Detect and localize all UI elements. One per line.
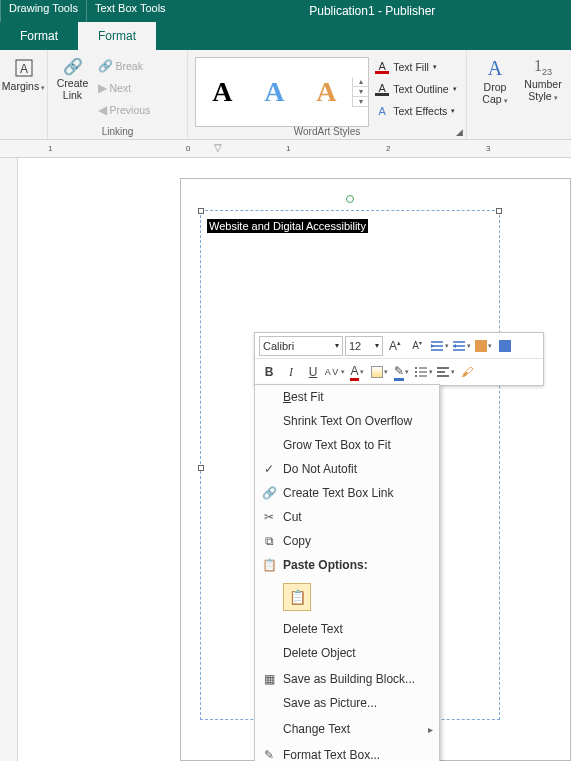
increase-indent-button[interactable] bbox=[451, 336, 471, 356]
ribbon-tabs: Format Format bbox=[0, 22, 571, 50]
margins-icon: A bbox=[13, 57, 35, 79]
wordart-style-2[interactable]: A bbox=[248, 58, 300, 126]
link-icon: 🔗 bbox=[255, 486, 283, 500]
gallery-spinner[interactable]: ▴▾▾ bbox=[352, 77, 368, 107]
grow-font-button[interactable]: A▴ bbox=[385, 336, 405, 356]
ruler-tick-label: 3 bbox=[486, 144, 490, 153]
decrease-indent-button[interactable] bbox=[429, 336, 449, 356]
group-wordart-styles: A A A ▴▾▾ AText Fill▾ AText Outline▾ ATe… bbox=[188, 50, 467, 139]
text-outline-icon: A bbox=[375, 82, 389, 96]
shrink-font-icon: A▾ bbox=[412, 339, 422, 351]
text-fill-button[interactable]: AText Fill▾ bbox=[375, 57, 456, 77]
menu-save-building-block[interactable]: ▦Save as Building Block... bbox=[255, 667, 439, 691]
menu-save-as-picture[interactable]: Save as Picture... bbox=[255, 691, 439, 715]
drop-cap-icon: A bbox=[488, 57, 502, 80]
break-link-button[interactable]: 🔗Break bbox=[98, 55, 186, 77]
previous-link-button[interactable]: ◀Previous bbox=[98, 99, 186, 121]
bullets-button[interactable] bbox=[413, 362, 433, 382]
chevron-down-icon: ▾ bbox=[335, 341, 339, 350]
ribbon: A Margins 🔗 Create Link 🔗Break ▶Next ◀Pr… bbox=[0, 50, 571, 140]
menu-create-text-box-link[interactable]: 🔗Create Text Box Link bbox=[255, 481, 439, 505]
ruler-tick-label: 1 bbox=[48, 144, 52, 153]
menu-format-text-box[interactable]: ✎Format Text Box... bbox=[255, 743, 439, 761]
copy-icon: ⧉ bbox=[255, 534, 283, 548]
pencil-icon: ✎ bbox=[394, 364, 404, 381]
scissors-icon: ✂ bbox=[255, 510, 283, 524]
styles-pane-button[interactable] bbox=[473, 336, 493, 356]
group-dialog-launcher[interactable]: ◢ bbox=[456, 127, 464, 135]
chevron-down-icon: ▾ bbox=[433, 63, 437, 71]
text-fill-icon: A bbox=[375, 60, 389, 74]
shrink-font-button[interactable]: A▾ bbox=[407, 336, 427, 356]
font-color-button[interactable]: A bbox=[347, 362, 367, 382]
menu-grow-textbox[interactable]: Grow Text Box to Fit bbox=[255, 433, 439, 457]
bold-button[interactable]: B bbox=[259, 362, 279, 382]
chevron-down-icon: ▾ bbox=[453, 85, 457, 93]
group-margins: A Margins bbox=[0, 50, 48, 139]
text-effects-icon: A bbox=[375, 104, 389, 118]
drop-cap-button[interactable]: A Drop Cap bbox=[471, 53, 519, 123]
selected-text[interactable]: Website and Digital Accessibility bbox=[207, 219, 368, 233]
group-typography: A Drop Cap 123 Number Style bbox=[467, 50, 571, 139]
next-link-button[interactable]: ▶Next bbox=[98, 77, 186, 99]
menu-best-fit[interactable]: BBest Fitest Fit bbox=[255, 385, 439, 409]
resize-handle-ne[interactable] bbox=[496, 208, 502, 214]
ruler-horizontal[interactable]: 1 0 1 2 3 ▽ bbox=[0, 140, 571, 158]
bullets-icon bbox=[414, 365, 428, 379]
align-icon bbox=[436, 365, 450, 379]
italic-button[interactable]: I bbox=[281, 362, 301, 382]
ruler-vertical[interactable] bbox=[0, 158, 18, 761]
group-label-linking: Linking bbox=[48, 126, 187, 137]
styles-icon bbox=[475, 340, 487, 352]
menu-shrink-overflow[interactable]: Shrink Text On Overflow bbox=[255, 409, 439, 433]
tab-drawing-format[interactable]: Format bbox=[0, 22, 78, 50]
menu-delete-object[interactable]: Delete Object bbox=[255, 641, 439, 665]
align-button[interactable] bbox=[435, 362, 455, 382]
paste-icon: 📋 bbox=[255, 558, 283, 572]
object-properties-button[interactable] bbox=[495, 336, 515, 356]
ruler-tick-label: 1 bbox=[286, 144, 290, 153]
decrease-indent-icon bbox=[430, 339, 444, 353]
highlight-button[interactable] bbox=[369, 362, 389, 382]
format-painter-button[interactable]: 🖌 bbox=[457, 362, 477, 382]
shape-fill-button[interactable]: ✎ bbox=[391, 362, 411, 382]
context-tab-group-drawing: Drawing Tools bbox=[0, 0, 86, 22]
chevron-down-icon: ▾ bbox=[451, 107, 455, 115]
context-tab-group-textbox: Text Box Tools bbox=[86, 0, 174, 22]
indent-marker[interactable]: ▽ bbox=[214, 142, 222, 153]
font-name-combo[interactable]: Calibri▾ bbox=[259, 336, 343, 356]
char-spacing-icon: AV bbox=[325, 367, 340, 377]
rotate-handle[interactable] bbox=[346, 195, 354, 203]
font-size-combo[interactable]: 12▾ bbox=[345, 336, 383, 356]
format-icon: ✎ bbox=[255, 748, 283, 761]
break-icon: 🔗 bbox=[98, 59, 113, 73]
menu-copy[interactable]: ⧉Copy bbox=[255, 529, 439, 553]
workspace: Website and Digital Accessibility Calibr… bbox=[0, 158, 571, 761]
resize-handle-nw[interactable] bbox=[198, 208, 204, 214]
paste-options-strip: 📋 bbox=[255, 577, 439, 617]
increase-indent-icon bbox=[452, 339, 466, 353]
wordart-gallery[interactable]: A A A ▴▾▾ bbox=[195, 57, 369, 127]
char-spacing-button[interactable]: AV bbox=[325, 362, 345, 382]
menu-delete-text[interactable]: Delete Text bbox=[255, 617, 439, 641]
number-style-button[interactable]: 123 Number Style bbox=[519, 53, 567, 123]
paste-option-keep-source[interactable]: 📋 bbox=[283, 583, 311, 611]
block-icon: ▦ bbox=[255, 672, 283, 686]
text-outline-button[interactable]: AText Outline▾ bbox=[375, 79, 456, 99]
menu-cut[interactable]: ✂Cut bbox=[255, 505, 439, 529]
wordart-style-1[interactable]: A bbox=[196, 58, 248, 126]
chevron-down-icon: ▾ bbox=[375, 341, 379, 350]
menu-do-not-autofit[interactable]: ✓Do Not Autofit bbox=[255, 457, 439, 481]
underline-button[interactable]: U bbox=[303, 362, 323, 382]
title-bar: Drawing Tools Text Box Tools Publication… bbox=[0, 0, 571, 22]
wordart-style-3[interactable]: A bbox=[300, 58, 352, 126]
resize-handle-w[interactable] bbox=[198, 465, 204, 471]
next-icon: ▶ bbox=[98, 81, 107, 95]
brush-icon: 🖌 bbox=[461, 365, 473, 379]
menu-change-text[interactable]: Change Text bbox=[255, 717, 439, 741]
tab-textbox-format[interactable]: Format bbox=[78, 22, 156, 50]
create-link-button[interactable]: 🔗 Create Link bbox=[50, 53, 96, 123]
text-effects-button[interactable]: AText Effects▾ bbox=[375, 101, 456, 121]
margins-button[interactable]: A Margins bbox=[0, 53, 48, 123]
group-linking: 🔗 Create Link 🔗Break ▶Next ◀Previous Lin… bbox=[48, 50, 188, 139]
